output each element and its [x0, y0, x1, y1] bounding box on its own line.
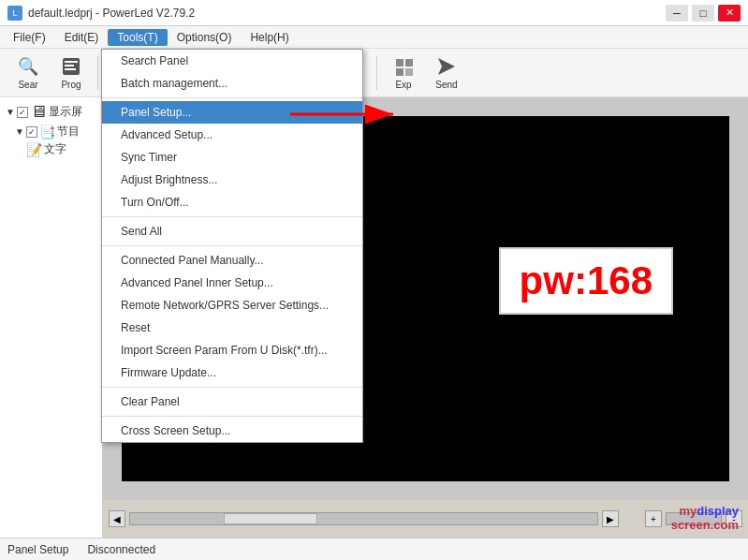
exp-icon — [392, 55, 415, 78]
menu-firmware-update[interactable]: Firmware Update... — [102, 361, 362, 384]
toolbar-prog[interactable]: Prog — [51, 52, 92, 94]
arrow-indicator — [290, 100, 403, 135]
tree-program-label: 节目 — [57, 124, 80, 140]
svg-rect-1 — [65, 61, 78, 63]
menu-import-screen[interactable]: Import Screen Param From U Disk(*.tfr)..… — [102, 339, 362, 361]
svg-rect-2 — [65, 65, 74, 66]
prog-icon — [60, 55, 82, 78]
toolbar-sep-1 — [97, 56, 98, 90]
prog-label: Prog — [61, 80, 81, 90]
menu-file[interactable]: File(F) — [4, 29, 55, 46]
left-panel: ▼ ✓ 🖥 显示屏 ▼ ✓ 📑 节目 📝 文字 — [0, 97, 103, 538]
menu-options[interactable]: Options(O) — [168, 29, 242, 46]
exp-label: Exp — [395, 80, 411, 90]
svg-rect-19 — [405, 59, 413, 66]
menu-connected-panel[interactable]: Connected Panel Manually... — [102, 249, 362, 272]
menu-sep-2 — [102, 216, 362, 217]
tree-display-label: 显示屏 — [49, 104, 82, 120]
scroll-left-btn[interactable]: ◀ — [109, 510, 125, 527]
tree-checkbox-display[interactable]: ✓ — [17, 107, 28, 118]
sear-label: Sear — [18, 80, 37, 90]
send-icon — [435, 55, 458, 78]
menu-send-all[interactable]: Send All — [102, 220, 362, 243]
menu-edit[interactable]: Edit(E) — [55, 29, 109, 46]
menu-clear-panel[interactable]: Clear Panel — [102, 391, 362, 413]
tree-text-label: 文字 — [44, 141, 66, 157]
app-icon: L — [7, 6, 22, 21]
status-right: Disconnected — [87, 543, 155, 556]
menu-sep-4 — [102, 387, 362, 388]
status-left: Panel Setup — [7, 543, 68, 556]
menu-adjust-brightness[interactable]: Adjust Brightness... — [102, 169, 362, 191]
menu-tools[interactable]: Tools(T) — [108, 29, 167, 46]
zoom-in-btn[interactable]: + — [645, 510, 662, 527]
menu-sync-timer[interactable]: Sync Timer — [102, 146, 362, 169]
menu-sep-3 — [102, 245, 362, 246]
tree-text[interactable]: 📝 文字 — [4, 140, 98, 158]
menu-help[interactable]: Help(H) — [241, 29, 298, 46]
maximize-button[interactable]: □ — [692, 5, 714, 22]
close-button[interactable]: ✕ — [718, 5, 741, 22]
menu-remote-network[interactable]: Remote Network/GPRS Server Settings... — [102, 294, 362, 317]
minimize-button[interactable]: ─ — [666, 5, 688, 22]
watermark-domain: screen.com — [671, 518, 739, 532]
menu-sep-5 — [102, 416, 362, 417]
search-icon: 🔍 — [17, 55, 39, 78]
tree-program[interactable]: ▼ ✓ 📑 节目 — [4, 123, 98, 140]
toolbar-send[interactable]: Send — [426, 52, 467, 94]
scroll-right-btn[interactable]: ▶ — [602, 510, 619, 527]
svg-rect-18 — [396, 59, 403, 66]
svg-marker-22 — [438, 58, 455, 75]
tree-checkbox-program[interactable]: ✓ — [26, 126, 37, 138]
toolbar-sear[interactable]: 🔍 Sear — [7, 52, 49, 94]
window-controls: ─ □ ✕ — [666, 5, 741, 22]
menu-cross-screen[interactable]: Cross Screen Setup... — [102, 420, 362, 442]
svg-rect-3 — [65, 68, 76, 70]
watermark-logo: mydisplay — [679, 504, 739, 518]
status-bar: Panel Setup Disconnected — [0, 538, 748, 560]
menu-reset[interactable]: Reset — [102, 317, 362, 339]
title-bar: L default.ledprj - PowerLed V2.79.2 ─ □ … — [0, 0, 748, 26]
menu-bar: File(F) Edit(E) Tools(T) Options(O) Help… — [0, 26, 748, 49]
send-label: Send — [435, 80, 457, 90]
toolbar-sep-3 — [376, 56, 377, 90]
menu-advanced-panel-inner[interactable]: Advanced Panel Inner Setup... — [102, 272, 362, 294]
svg-rect-21 — [405, 68, 413, 76]
toolbar-exp[interactable]: Exp — [383, 52, 424, 94]
password-display: pw:168 — [499, 247, 673, 315]
tree-root[interactable]: ▼ ✓ 🖥 显示屏 — [4, 101, 98, 123]
watermark: mydisplay screen.com — [671, 504, 739, 532]
svg-rect-20 — [396, 68, 403, 76]
menu-sep-1 — [102, 97, 362, 98]
menu-search-panel[interactable]: Search Panel — [102, 50, 362, 72]
menu-turn-on-off[interactable]: Turn On/Off... — [102, 191, 362, 214]
menu-batch-management[interactable]: Batch management... — [102, 72, 362, 95]
window-title: default.ledprj - PowerLed V2.79.2 — [28, 7, 195, 20]
